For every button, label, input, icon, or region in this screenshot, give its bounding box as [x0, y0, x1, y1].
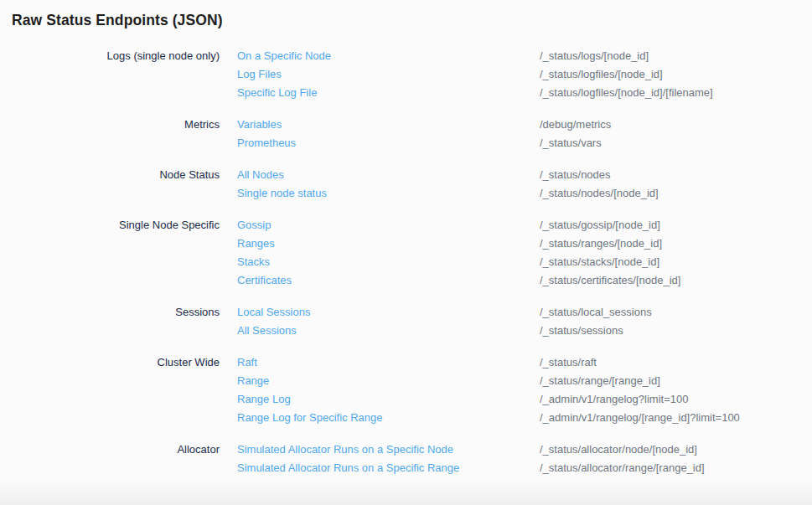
- endpoint-link[interactable]: Ranges: [237, 234, 275, 253]
- category-label: Sessions: [0, 303, 237, 322]
- endpoint-path: /_status/logfiles/[node_id]/[filename]: [540, 84, 812, 102]
- endpoint-link[interactable]: Simulated Allocator Runs on a Specific R…: [237, 459, 459, 477]
- endpoint-group: Cluster WideRaft/_status/raftRange/_stat…: [0, 353, 812, 427]
- endpoint-link[interactable]: Certificates: [237, 271, 292, 290]
- category-label: Metrics: [0, 116, 237, 134]
- endpoint-link[interactable]: Raft: [237, 353, 257, 372]
- endpoint-path: /_status/allocator/range/[range_id]: [540, 459, 812, 477]
- endpoint-path: /_status/stacks/[node_id]: [540, 253, 812, 271]
- category-label: Node Status: [0, 166, 237, 184]
- category-label: Single Node Specific: [0, 216, 237, 234]
- endpoint-path: /_status/logfiles/[node_id]: [540, 65, 812, 84]
- endpoint-path: /_status/range/[range_id]: [540, 372, 812, 390]
- endpoint-path: /_status/ranges/[node_id]: [540, 234, 812, 253]
- endpoint-path: /_status/gossip/[node_id]: [540, 216, 812, 234]
- endpoint-path: /_status/nodes/[node_id]: [540, 184, 812, 203]
- endpoint-group: MetricsVariables/debug/metricsPrometheus…: [0, 116, 812, 152]
- endpoint-group: Node StatusAll Nodes/_status/nodesSingle…: [0, 166, 812, 203]
- endpoint-path: /_status/certificates/[node_id]: [540, 271, 812, 290]
- endpoint-path: /_status/raft: [540, 353, 812, 372]
- endpoint-path: /_admin/v1/rangelog?limit=100: [540, 390, 812, 409]
- endpoint-link[interactable]: Prometheus: [237, 134, 296, 152]
- endpoint-link[interactable]: Variables: [237, 116, 282, 134]
- endpoint-link[interactable]: Specific Log File: [237, 84, 317, 102]
- endpoint-link[interactable]: Single node status: [237, 184, 327, 203]
- endpoint-path: /_status/allocator/node/[node_id]: [540, 441, 812, 459]
- endpoint-path: /_status/nodes: [540, 166, 812, 184]
- endpoint-path: /_status/vars: [540, 134, 812, 152]
- endpoint-link[interactable]: Range Log for Specific Range: [237, 409, 382, 427]
- endpoint-groups: Logs (single node only)On a Specific Nod…: [0, 47, 812, 477]
- category-label: Cluster Wide: [0, 353, 237, 372]
- category-label: Logs (single node only): [0, 47, 237, 65]
- endpoint-group: Logs (single node only)On a Specific Nod…: [0, 47, 812, 102]
- endpoint-group: Single Node SpecificGossip/_status/gossi…: [0, 216, 812, 290]
- bottom-fade: [0, 482, 812, 505]
- page-title: Raw Status Endpoints (JSON): [12, 12, 812, 29]
- endpoint-link[interactable]: All Nodes: [237, 166, 284, 184]
- endpoint-link[interactable]: Local Sessions: [237, 303, 310, 322]
- category-label: Allocator: [0, 441, 237, 459]
- endpoint-path: /_status/local_sessions: [540, 303, 812, 322]
- endpoint-link[interactable]: Gossip: [237, 216, 271, 234]
- endpoint-link[interactable]: Simulated Allocator Runs on a Specific N…: [237, 441, 453, 459]
- endpoint-path: /_status/logs/[node_id]: [540, 47, 812, 65]
- endpoint-group: SessionsLocal Sessions/_status/local_ses…: [0, 303, 812, 340]
- endpoint-path: /_status/sessions: [540, 322, 812, 340]
- endpoint-path: /debug/metrics: [540, 116, 812, 134]
- endpoint-link[interactable]: Stacks: [237, 253, 270, 271]
- endpoint-link[interactable]: Range Log: [237, 390, 291, 409]
- endpoint-link[interactable]: Log Files: [237, 65, 282, 84]
- endpoint-link[interactable]: On a Specific Node: [237, 47, 331, 65]
- endpoint-path: /_admin/v1/rangelog/[range_id]?limit=100: [540, 409, 812, 427]
- endpoint-link[interactable]: All Sessions: [237, 322, 297, 340]
- endpoint-group: AllocatorSimulated Allocator Runs on a S…: [0, 441, 812, 477]
- endpoint-link[interactable]: Range: [237, 372, 269, 390]
